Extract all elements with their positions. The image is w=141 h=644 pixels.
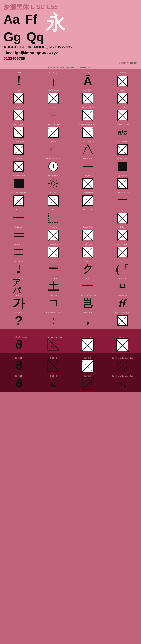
cell-currency: Currency Symbols: [36, 122, 70, 139]
cell-bopomofo: Bopomofo: [36, 225, 70, 242]
cell-cjk-compat-12: CJK Compat ♩: [1, 259, 36, 276]
darkest-row-1: CJK Ext D ϑ CJK Ext E: [1, 355, 140, 372]
cell-geom-shapes: Geometric Shapes: [1, 173, 36, 190]
bottom-cell-cjk-ext-b: CJK Ext B: [70, 330, 105, 352]
bottom-cell-enc-ideo-sup: Enclosed Ideographic Sup: [36, 330, 70, 352]
cell-latin1sup: Latin-1 Sup ¡: [36, 70, 70, 88]
cell-jamo: Jamo ⌐: [36, 105, 70, 122]
grid-row-8: Misc Math Symbols B Misc Arrows Sup Punc…: [1, 190, 140, 207]
sample-ff: Ff: [25, 13, 37, 32]
cell-dc: DC: [36, 208, 70, 224]
svg-line-8: [56, 180, 57, 181]
font-source: Font Source: http://www.fontse.com/font/…: [0, 66, 141, 69]
svg-point-17: [50, 362, 51, 363]
svg-point-19: [50, 368, 51, 369]
sample-display: Aa Ff 永 Gg Qq: [3, 13, 138, 43]
grid-row-15: Vertical Forms ? CJK Compat Forms ： Smal…: [1, 310, 140, 327]
dk-cell-2-4: CJK Compat Ideographs Sup ¬♩: [105, 373, 140, 390]
cell-jamo-ext-a: Jamo Ext A (「: [105, 259, 140, 276]
cell-bopo-ext: Bopomofo Ext: [1, 242, 36, 258]
cell-cjk-symbols: CJK Symbols 、: [70, 208, 105, 224]
cell-dingbats: Dingbats: [70, 173, 105, 190]
grid-row-14: Hangul 가 Jamo Ext B ㄱ CJK Compat Ideogra…: [1, 293, 140, 310]
cell-cjk-radicals: CJK Radicals Sup: [105, 190, 140, 207]
cell-letterlike: Letterlike Symbols a/c: [105, 122, 140, 139]
cell-arrows: Arrows ←: [36, 139, 70, 156]
svg-point-21: [53, 365, 54, 366]
cell-control: Control Pictures: [1, 156, 36, 173]
cell-enclosed-cjk: Enclosed CJK: [105, 242, 140, 258]
cell-small-forms: Small Forms ，: [70, 310, 105, 327]
lowercase-display: abcdefghijklmnopqrstuvwxyz: [3, 50, 138, 56]
cell-cjk-compat-forms: CJK Compat Forms ：: [36, 310, 70, 327]
grid-row-4: Super And Sub Currency Symbols Diacritic…: [1, 122, 140, 139]
cell-cjk-13: CJK: [70, 276, 105, 293]
cell-latin-ext-b: Latin Ext B: [105, 70, 140, 88]
cell-sup-arrows: Sup Arrows B: [105, 173, 140, 190]
cell-alphabetic-pf: Alphabetic PF ff: [105, 293, 140, 310]
grid-row-11: Bopomofo Ext CJK Strokes Katakana Ext En…: [1, 242, 140, 258]
dk-cell-cjk-ext-d: CJK Ext D ϑ: [1, 355, 36, 372]
sample-aa: Aa: [3, 13, 20, 32]
xbox-icon: [117, 76, 128, 86]
cell-hangul: Hangul 가: [1, 293, 36, 310]
cell-punctuation: Punctuation: [105, 105, 140, 122]
dk-cell-2-3: CJK Ext F: [70, 373, 105, 390]
cell-misc-tech: Misc Technical: [105, 139, 140, 156]
complex-cjk2-icon: [82, 377, 94, 390]
cell-cjk-ext-a-13: CJK Ext A 土: [36, 276, 70, 293]
cell-block-elem: Block Elements: [105, 156, 140, 173]
copyright-text: © Design by fontke.com: [3, 62, 138, 64]
cell-half-full-forms: Half And Full Forms: [105, 310, 140, 327]
svg-point-18: [56, 362, 57, 363]
bottom-section: Enclosed Alphanum Sup ϑ Enclosed Ideogra…: [0, 329, 141, 353]
grid-row-7: Geometric Shapes Misc Symbols: [1, 173, 140, 190]
bottom-cell-enc-alpha-sup: Enclosed Alphanum Sup ϑ: [1, 330, 36, 352]
bottom-row-1: Enclosed Alphanum Sup ϑ Enclosed Ideogra…: [1, 330, 140, 352]
svg-line-9: [49, 186, 51, 187]
darkest-section: CJK Ext D ϑ CJK Ext E: [0, 353, 141, 392]
font-title: 梦源黑体 L SC L55: [3, 3, 138, 12]
digits-display: 0123456789: [3, 56, 138, 61]
bottom-cell-cjk-ext-c: CJK Ext C: [105, 330, 140, 352]
grid-row-6: Control Pictures Enclosed Alphanum 1 Box…: [1, 156, 140, 173]
svg-marker-0: [83, 145, 92, 154]
cell-misc-sym: Misc Symbols: [36, 173, 70, 190]
sample-gg: Gg: [3, 30, 21, 43]
cell-diacrit-sym: Diacriticals For Symbols: [70, 122, 105, 139]
svg-point-1: [51, 182, 55, 185]
cell-latin-ext-add: Latin Ext Additional: [70, 105, 105, 122]
cell-super-sub: Super And Sub: [1, 122, 36, 139]
sample-chinese: 永: [46, 13, 65, 32]
cell-katakana-ext: Katakana Ext: [70, 242, 105, 258]
sample-qq: Qq: [26, 30, 44, 43]
dk-cell-2-2: CJK Ext E «: [36, 373, 70, 390]
grid-row-13: CJK Compat アパ CJK Ext A 土 CJK Jamo Ext A…: [1, 276, 140, 293]
complex-enc-icon: [47, 359, 59, 372]
svg-point-20: [56, 368, 57, 369]
grid-row-3: Cyrillic Jamo ⌐ Latin Ext Additional Pun…: [1, 105, 140, 122]
cell-compat-jamo: Compat Jamo: [70, 225, 105, 242]
cell-jamo-ext-a-2: Jamo Ext A ㅁ: [105, 276, 140, 293]
svg-line-7: [56, 186, 57, 187]
cell-misc-math-b: Misc Math Symbols B: [1, 190, 36, 207]
darkest-row-2: CJK Ext D ϑ CJK Ext E « CJK Ext F: [1, 373, 140, 390]
cell-box-drawing: Box Drawing: [70, 156, 105, 173]
cell-jamo-ext-b: Jamo Ext B ㄱ: [36, 293, 70, 310]
cell-ipa-ext: IPA Ext: [1, 88, 36, 104]
solid-square-icon: [14, 179, 24, 188]
cell-cjk-ext-a-12: CJK Ext A ー: [36, 259, 70, 276]
uppercase-display: ABCDEFGHIJKLMNOPQRSTUVWXYZ: [3, 45, 138, 50]
cell-ascii: ASCII !: [1, 70, 36, 88]
cell-sup-punct: Sup Punctuation: [70, 190, 105, 207]
cell-hiragana: Hiragana: [105, 208, 140, 224]
cell-misc-arrows: Misc Arrows: [36, 190, 70, 207]
glyph-grid: ASCII ! Latin-1 Sup ¡ Latin Ext A Ā Lati…: [0, 69, 141, 329]
cell-greek: Greek: [105, 88, 140, 104]
grid-row-10: Katakana Bopomofo Compat Jamo Kanbun: [1, 225, 140, 242]
cell-math-ops: Math Operations: [70, 139, 105, 156]
cell-vertical-forms: Vertical Forms ?: [1, 310, 36, 327]
cell-cjk-strokes: CJK Strokes: [36, 242, 70, 258]
grid-row-2: IPA Ext Modifier Letters Diacriticals Gr…: [1, 88, 140, 104]
dk-cell-cjk-compat-sup: CJK Compat Ideographs Sup: [105, 355, 140, 372]
